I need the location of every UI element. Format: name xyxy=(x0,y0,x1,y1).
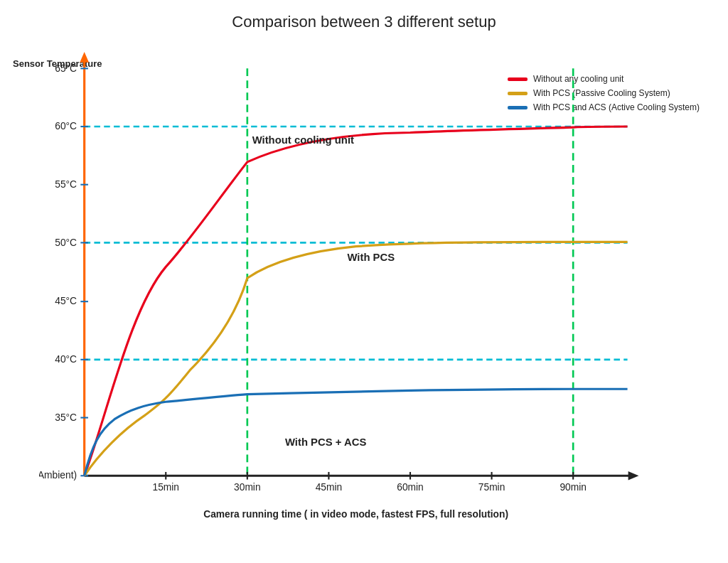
chart-svg: 30°C (Ambient) 35°C 40°C 45°C 50°C 55°C … xyxy=(39,45,658,529)
ytick-label-45: 45°C xyxy=(55,296,77,306)
annotation-pcs: With PCS xyxy=(347,252,395,263)
chart-title: Comparison between 3 different setup xyxy=(232,13,496,31)
y-axis-arrow xyxy=(80,52,89,63)
xtick-label-60: 60min xyxy=(397,482,424,493)
ytick-label-55: 55°C xyxy=(55,179,77,190)
annotation-pcs-acs: With PCS + ACS xyxy=(285,436,366,448)
ytick-label-65: 65°C xyxy=(55,63,77,74)
xtick-label-45: 45min xyxy=(316,482,343,493)
annotation-no-cooling: Without cooling unit xyxy=(252,134,354,146)
xtick-label-30: 30min xyxy=(234,482,261,493)
x-axis-arrow xyxy=(628,471,639,481)
ytick-label-40: 40°C xyxy=(55,354,77,365)
xtick-label-15: 15min xyxy=(152,482,179,493)
chart-container: Comparison between 3 different setup Sen… xyxy=(0,0,728,563)
ytick-label-30: 30°C (Ambient) xyxy=(39,470,77,481)
ytick-label-50: 50°C xyxy=(55,237,77,248)
x-axis-text: Camera running time ( in video mode, fas… xyxy=(203,509,508,520)
ytick-label-60: 60°C xyxy=(55,121,77,132)
xtick-label-75: 75min xyxy=(478,482,505,493)
ytick-label-35: 35°C xyxy=(55,412,77,423)
xtick-label-90: 90min xyxy=(560,482,587,493)
curve-blue xyxy=(85,389,628,476)
curve-red xyxy=(85,127,628,476)
